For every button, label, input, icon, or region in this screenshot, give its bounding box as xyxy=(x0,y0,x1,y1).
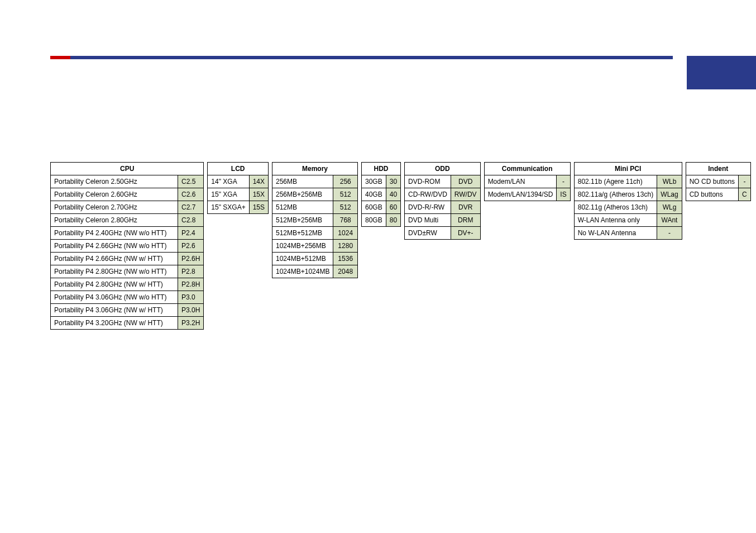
table-row: Modem/LAN/1394/SDIS xyxy=(484,188,570,201)
cpu-desc: Portability P4 3.20GHz (NW w/ HTT) xyxy=(51,317,178,330)
table-row: Portability P4 3.06GHz (NW w/ HTT)P3.0H xyxy=(51,304,204,317)
table-row: W-LAN Antenna onlyWAnt xyxy=(574,214,682,227)
odd-desc: DVD-ROM xyxy=(405,175,451,188)
odd-desc: CD-RW/DVD xyxy=(405,188,451,201)
minipci-desc: No W-LAN Antenna xyxy=(574,227,657,240)
minipci-desc: 802.11g (Atheros 13ch) xyxy=(574,201,657,214)
cpu-code: P2.4 xyxy=(178,227,204,240)
communication-table: Communication Modem/LAN- Modem/LAN/1394/… xyxy=(484,162,571,201)
table-row: DVD MultiDRM xyxy=(405,214,481,227)
table-row: CD-RW/DVDRW/DV xyxy=(405,188,481,201)
communication-header: Communication xyxy=(484,163,570,175)
minipci-code: - xyxy=(657,227,682,240)
table-row: 15" XGA15X xyxy=(208,188,269,201)
cpu-desc: Portability P4 3.06GHz (NW w/ HTT) xyxy=(51,304,178,317)
cpu-desc: Portability P4 2.80GHz (NW w/ HTT) xyxy=(51,278,178,291)
minipci-code: WLag xyxy=(657,188,682,201)
hdd-code: 40 xyxy=(386,188,400,201)
memory-code: 512 xyxy=(333,201,358,214)
table-row: Portability P4 2.66GHz (NW w/o HTT)P2.6 xyxy=(51,240,204,253)
table-row: Portability Celeron 2.70GHzC2.7 xyxy=(51,201,204,214)
table-row: Portability P4 2.80GHz (NW w/o HTT)P2.8 xyxy=(51,265,204,278)
lcd-desc: 15" XGA xyxy=(208,188,249,201)
cpu-code: P3.0H xyxy=(178,304,204,317)
cpu-code: P2.6H xyxy=(178,253,204,265)
memory-code: 2048 xyxy=(333,265,358,278)
cpu-code: C2.8 xyxy=(178,214,204,227)
cpu-code: P3.0 xyxy=(178,291,204,304)
odd-desc: DVD Multi xyxy=(405,214,451,227)
memory-code: 256 xyxy=(333,175,358,188)
lcd-table: LCD 14" XGA14X 15" XGA15X 15" SXGA+15S xyxy=(207,162,269,214)
odd-code: DVD xyxy=(451,175,480,188)
table-row: NO CD buttons- xyxy=(686,175,750,188)
cpu-desc: Portability P4 2.66GHz (NW w/ HTT) xyxy=(51,253,178,265)
hdd-desc: 80GB xyxy=(362,214,386,227)
table-row: 60GB60 xyxy=(362,201,401,214)
memory-desc: 512MB xyxy=(272,201,333,214)
table-row: 802.11a/g (Atheros 13ch)WLag xyxy=(574,188,682,201)
odd-code: DRM xyxy=(451,214,480,227)
table-row: 512MB+256MB768 xyxy=(272,214,358,227)
table-row: Portability P4 2.40GHz (NW w/o HTT)P2.4 xyxy=(51,227,204,240)
cpu-code: P2.8 xyxy=(178,265,204,278)
minipci-code: WLb xyxy=(657,175,682,188)
table-row: No W-LAN Antenna- xyxy=(574,227,682,240)
table-row: 1024MB+512MB1536 xyxy=(272,253,358,265)
indent-header: Indent xyxy=(686,163,750,175)
hdd-code: 80 xyxy=(386,214,400,227)
cpu-header: CPU xyxy=(51,163,204,175)
table-row: 30GB30 xyxy=(362,175,401,188)
odd-code: DVR xyxy=(451,201,480,214)
memory-header: Memory xyxy=(272,163,358,175)
odd-table: ODD DVD-ROMDVD CD-RW/DVDRW/DV DVD-R/-RWD… xyxy=(404,162,481,240)
table-row: 1024MB+256MB1280 xyxy=(272,240,358,253)
memory-code: 768 xyxy=(333,214,358,227)
header-bar-right-block xyxy=(687,56,756,89)
cpu-desc: Portability Celeron 2.50GHz xyxy=(51,175,178,188)
hdd-desc: 30GB xyxy=(362,175,386,188)
indent-table: Indent NO CD buttons- CD buttonsC xyxy=(686,162,751,201)
table-row: DVD-ROMDVD xyxy=(405,175,481,188)
lcd-code: 15S xyxy=(249,201,268,214)
memory-desc: 1024MB+1024MB xyxy=(272,265,333,278)
odd-desc: DVD-R/-RW xyxy=(405,201,451,214)
cpu-code: P2.6 xyxy=(178,240,204,253)
table-row: 802.11g (Atheros 13ch)WLg xyxy=(574,201,682,214)
minipci-desc: 802.11b (Agere 11ch) xyxy=(574,175,657,188)
memory-desc: 512MB+512MB xyxy=(272,227,333,240)
hdd-table: HDD 30GB30 40GB40 60GB60 80GB80 xyxy=(361,162,401,227)
cpu-code: C2.6 xyxy=(178,188,204,201)
table-row: 1024MB+1024MB2048 xyxy=(272,265,358,278)
cpu-desc: Portability P4 2.40GHz (NW w/o HTT) xyxy=(51,227,178,240)
minipci-code: WLg xyxy=(657,201,682,214)
indent-desc: NO CD buttons xyxy=(686,175,738,188)
table-row: Portability P4 3.06GHz (NW w/o HTT)P3.0 xyxy=(51,291,204,304)
table-row: Portability Celeron 2.60GHzC2.6 xyxy=(51,188,204,201)
table-row: Portability P4 2.66GHz (NW w/ HTT)P2.6H xyxy=(51,253,204,265)
memory-desc: 256MB+256MB xyxy=(272,188,333,201)
table-row: 80GB80 xyxy=(362,214,401,227)
table-row: DVD±RWDV+- xyxy=(405,227,481,240)
memory-code: 1280 xyxy=(333,240,358,253)
spec-tables-row: CPU Portability Celeron 2.50GHzC2.5 Port… xyxy=(50,162,751,330)
cpu-desc: Portability Celeron 2.70GHz xyxy=(51,201,178,214)
cpu-table: CPU Portability Celeron 2.50GHzC2.5 Port… xyxy=(50,162,204,330)
memory-desc: 256MB xyxy=(272,175,333,188)
hdd-code: 30 xyxy=(386,175,400,188)
cpu-desc: Portability P4 2.66GHz (NW w/o HTT) xyxy=(51,240,178,253)
hdd-desc: 60GB xyxy=(362,201,386,214)
odd-code: DV+- xyxy=(451,227,480,240)
odd-code: RW/DV xyxy=(451,188,480,201)
cpu-code: P3.2H xyxy=(178,317,204,330)
table-row: 512MB+512MB1024 xyxy=(272,227,358,240)
minipci-desc: W-LAN Antenna only xyxy=(574,214,657,227)
table-row: 256MB256 xyxy=(272,175,358,188)
cpu-code: C2.7 xyxy=(178,201,204,214)
cpu-code: P2.8H xyxy=(178,278,204,291)
table-row: 256MB+256MB512 xyxy=(272,188,358,201)
lcd-desc: 15" SXGA+ xyxy=(208,201,249,214)
minipci-header: Mini PCI xyxy=(574,163,682,175)
memory-code: 1024 xyxy=(333,227,358,240)
indent-code: - xyxy=(739,175,751,188)
